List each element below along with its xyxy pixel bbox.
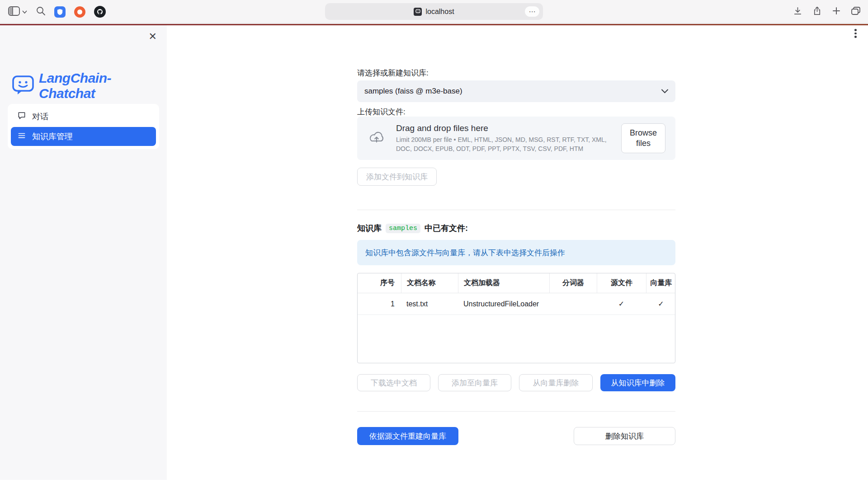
download-button[interactable] bbox=[793, 6, 802, 18]
cloud-upload-icon bbox=[367, 130, 386, 146]
chevron-down-icon bbox=[661, 89, 669, 94]
info-banner-text: 知识库中包含源文件与向量库，请从下表中选择文件后操作 bbox=[365, 248, 565, 258]
table-row[interactable]: 1 test.txt UnstructuredFileLoader ✓ ✓ bbox=[358, 293, 675, 315]
table-header-splitter[interactable]: 分词器 bbox=[549, 273, 597, 293]
toolbar-left-cluster bbox=[8, 0, 106, 23]
share-button[interactable] bbox=[812, 6, 822, 18]
add-files-to-kb-button[interactable]: 添加文件到知识库 bbox=[357, 168, 437, 186]
cell-name: test.txt bbox=[401, 300, 458, 308]
chat-bubble-icon bbox=[17, 111, 26, 122]
app-menu-kebab-button[interactable] bbox=[854, 29, 857, 38]
info-banner: 知识库中包含源文件与向量库，请从下表中选择文件后操作 bbox=[357, 240, 675, 265]
kb-heading-suffix: 中已有文件: bbox=[425, 223, 468, 234]
table-header-loader[interactable]: 文档加载器 bbox=[458, 273, 549, 293]
file-dropzone[interactable]: Drag and drop files here Limit 200MB per… bbox=[357, 117, 675, 160]
table-header-index[interactable]: 序号 bbox=[358, 273, 401, 293]
knowledge-base-icon bbox=[17, 131, 26, 142]
divider bbox=[357, 210, 675, 210]
sidebar: ✕ LangChain-Chatchat 对话 知识库管理 bbox=[0, 25, 167, 480]
divider bbox=[357, 411, 675, 412]
sidebar-item-label: 对话 bbox=[32, 111, 48, 122]
new-tab-button[interactable] bbox=[832, 6, 841, 17]
upload-label: 上传知识文件: bbox=[357, 107, 675, 117]
dropzone-title: Drag and drop files here bbox=[396, 123, 611, 133]
download-selected-button[interactable]: 下载选中文档 bbox=[357, 374, 430, 391]
sidebar-item-knowledge-base[interactable]: 知识库管理 bbox=[11, 127, 156, 146]
add-to-vector-button[interactable]: 添加至向量库 bbox=[438, 374, 511, 391]
chatchat-logo-icon bbox=[12, 75, 34, 97]
file-action-buttons: 下载选中文档 添加至向量库 从向量库删除 从知识库中删除 bbox=[357, 374, 675, 391]
cell-index: 1 bbox=[358, 300, 401, 308]
search-button[interactable] bbox=[36, 6, 46, 18]
sidebar-close-button[interactable]: ✕ bbox=[149, 32, 157, 42]
github-extension-icon[interactable] bbox=[94, 6, 106, 18]
kb-heading-prefix: 知识库 bbox=[357, 223, 382, 234]
tab-overview-button[interactable] bbox=[851, 6, 861, 17]
kb-files-table: 序号 文档名称 文档加载器 分词器 源文件 向量库 1 test.txt Uns… bbox=[357, 273, 675, 363]
chevron-down-icon bbox=[22, 8, 27, 16]
sidebar-toggle-icon bbox=[8, 6, 20, 18]
toolbar-right-cluster bbox=[793, 0, 861, 23]
kb-name-code: samples bbox=[386, 224, 420, 233]
browse-files-button[interactable]: Browse files bbox=[621, 123, 665, 154]
kb-select-label: 请选择或新建知识库: bbox=[357, 68, 675, 78]
check-icon: ✓ bbox=[646, 300, 675, 308]
table-header-row: 序号 文档名称 文档加载器 分词器 源文件 向量库 bbox=[358, 273, 675, 293]
sidebar-nav: 对话 知识库管理 bbox=[8, 104, 159, 149]
rebuild-vector-store-button[interactable]: 依据源文件重建向量库 bbox=[357, 427, 458, 445]
table-header-vector[interactable]: 向量库 bbox=[646, 273, 675, 293]
check-icon: ✓ bbox=[597, 300, 646, 308]
app-logo-text: LangChain-Chatchat bbox=[39, 70, 167, 101]
extension-icon-blue[interactable] bbox=[54, 6, 66, 18]
extension-icon-orange[interactable] bbox=[74, 6, 85, 18]
sidebar-toggle-button[interactable] bbox=[8, 6, 27, 18]
main-content: 请选择或新建知识库: samples (faiss @ m3e-base) 上传… bbox=[357, 0, 675, 488]
sidebar-item-dialogue[interactable]: 对话 bbox=[11, 107, 156, 126]
search-icon bbox=[36, 6, 46, 18]
cell-loader: UnstructuredFileLoader bbox=[458, 300, 549, 308]
dropzone-text: Drag and drop files here Limit 200MB per… bbox=[396, 123, 611, 153]
delete-from-kb-button[interactable]: 从知识库中删除 bbox=[600, 374, 675, 391]
remove-from-vector-button[interactable]: 从向量库删除 bbox=[519, 374, 593, 391]
sidebar-item-label: 知识库管理 bbox=[32, 131, 73, 142]
table-header-name[interactable]: 文档名称 bbox=[401, 273, 458, 293]
kb-select-dropdown[interactable]: samples (faiss @ m3e-base) bbox=[357, 80, 675, 102]
delete-kb-button[interactable]: 删除知识库 bbox=[574, 427, 675, 445]
kb-management-buttons: 依据源文件重建向量库 删除知识库 bbox=[357, 427, 675, 445]
app-logo: LangChain-Chatchat bbox=[12, 70, 167, 101]
kb-files-heading: 知识库 samples 中已有文件: bbox=[357, 223, 675, 234]
dropzone-limit-text: Limit 200MB per file • EML, HTML, JSON, … bbox=[396, 136, 611, 153]
kb-selected-value: samples (faiss @ m3e-base) bbox=[364, 87, 462, 96]
table-header-source[interactable]: 源文件 bbox=[597, 273, 646, 293]
